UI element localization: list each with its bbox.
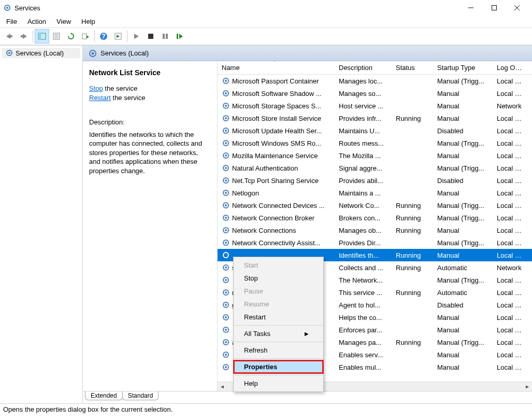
service-row[interactable]: Net.Tcp Port Sharing ServiceProvides abi… [218,174,532,187]
svg-point-40 [225,117,227,119]
tab-standard[interactable]: Standard [122,391,159,400]
service-row[interactable]: Microsoft Passport ContainerManages loc.… [218,75,532,87]
gear-icon [222,313,230,321]
svg-point-76 [225,341,227,343]
start-service-button[interactable] [129,29,143,44]
menu-help[interactable]: Help [77,17,99,26]
service-row[interactable]: Network Connected Devices ...Network Co.… [218,199,532,212]
minimize-button[interactable] [459,1,482,15]
service-startup-type: Automatic [433,263,493,273]
svg-rect-3 [492,6,496,10]
svg-text:?: ? [102,32,106,40]
gear-icon [222,127,230,135]
svg-point-70 [225,304,227,306]
svg-rect-17 [82,34,87,39]
menu-file[interactable]: File [2,17,21,26]
tab-extended[interactable]: Extended [85,391,123,400]
service-description: Signal aggre... [335,163,392,173]
col-description[interactable]: Description [335,63,392,73]
scroll-left-icon[interactable]: ◄ [218,383,227,391]
gear-icon [222,239,230,247]
context-stop[interactable]: Stop [234,272,323,285]
status-text: Opens the properties dialog box for the … [3,405,172,413]
show-hide-tree-button[interactable] [35,29,49,44]
service-startup-type: Manual [433,226,493,235]
export-button[interactable] [78,29,93,44]
service-name: Microsoft Update Health Ser... [232,127,322,135]
context-refresh[interactable]: Refresh [234,344,323,357]
service-status [392,329,433,331]
stop-service-button[interactable] [143,29,158,44]
svg-point-44 [225,142,227,144]
service-description: Host service ... [335,101,392,111]
service-row[interactable]: Microsoft Software Shadow ...Manages so.… [218,87,532,100]
service-logon: Local Sys [493,213,529,223]
forward-button[interactable] [17,29,31,44]
context-start: Start [234,259,323,272]
service-description: Manages pa... [335,338,392,347]
col-logon[interactable]: Log On A [493,63,529,73]
scroll-right-icon[interactable]: ► [523,383,532,391]
service-startup-type: Manual [433,362,493,372]
stop-link[interactable]: Stop [89,85,103,92]
restart-link[interactable]: Restart [89,94,111,102]
svg-marker-6 [6,34,10,39]
service-logon: Local Sys [493,114,529,123]
context-properties[interactable]: Properties [234,360,323,373]
service-status [392,242,433,244]
service-description: Manages so... [335,89,392,99]
service-description: The Mozilla ... [335,151,392,161]
refresh-button[interactable] [64,29,78,44]
context-restart[interactable]: Restart [234,311,323,324]
maximize-button[interactable] [482,1,506,15]
pane-header: Services (Local) [83,46,532,61]
window-title: Services [15,4,40,12]
context-help[interactable]: Help [234,377,323,390]
service-row[interactable]: Mozilla Maintenance ServiceThe Mozilla .… [218,149,532,162]
service-row[interactable]: Microsoft Storage Spaces S...Host servic… [218,100,532,112]
view-tabs: Extended Standard [83,391,532,403]
service-row[interactable]: Microsoft Windows SMS Ro...Routes mess..… [218,137,532,149]
back-button[interactable] [2,29,17,44]
col-startup-type[interactable]: Startup Type [433,63,493,73]
pause-service-button[interactable] [158,29,172,44]
svg-point-52 [225,192,227,194]
menu-action[interactable]: Action [23,17,50,26]
service-status [392,354,433,356]
description-label: Description: [89,118,211,127]
help-button[interactable]: ? [96,29,111,44]
service-row[interactable]: Microsoft Update Health Ser...Maintains … [218,124,532,137]
svg-point-56 [225,217,227,219]
service-logon: Local Ser [493,201,529,211]
service-name: Network Connectivity Assist... [232,239,321,247]
service-row[interactable]: Network Connectivity Assist...Provides D… [218,236,532,249]
service-row[interactable]: NetlogonMaintains a ...ManualLocal Sys [218,187,532,199]
service-description: Provides infr... [335,114,392,123]
service-status [392,316,433,318]
action-pane-button[interactable] [111,29,125,44]
submenu-arrow-icon: ▶ [305,331,309,337]
service-row[interactable]: Network ConnectionsManages ob...RunningM… [218,224,532,236]
service-description: Enables serv... [335,350,392,360]
svg-marker-8 [23,34,27,39]
service-description: Enforces par... [335,325,392,335]
close-button[interactable] [506,1,529,15]
col-name[interactable]: Name [218,63,335,73]
properties-button[interactable] [49,29,64,44]
restart-service-button[interactable] [172,29,187,44]
svg-point-36 [225,92,227,94]
service-description: Manages ob... [335,226,392,235]
service-logon: Network [493,263,529,273]
svg-point-34 [225,80,227,82]
service-name: Mozilla Maintenance Service [232,152,318,160]
tree-root-item[interactable]: Services (Local) [2,48,80,58]
service-row[interactable]: Microsoft Store Install ServiceProvides … [218,112,532,124]
service-logon: Local Sys [493,275,529,285]
menu-view[interactable]: View [52,17,75,26]
service-status: Running [392,250,433,260]
service-description: This service ... [335,288,392,298]
service-row[interactable]: Natural AuthenticationSignal aggre...Man… [218,162,532,174]
service-row[interactable]: Network Connection BrokerBrokers con...R… [218,212,532,224]
col-status[interactable]: Status [392,63,433,73]
context-all-tasks[interactable]: All Tasks▶ [234,327,323,340]
